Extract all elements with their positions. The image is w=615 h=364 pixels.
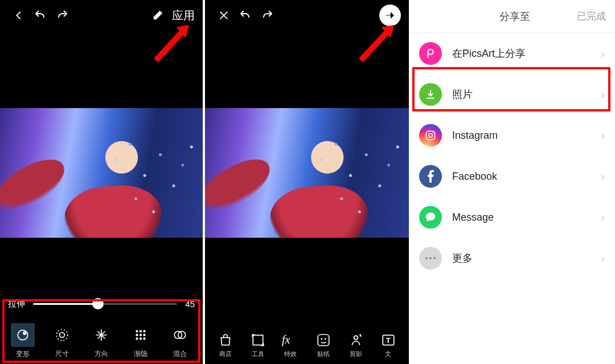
svg-text:T: T: [386, 336, 391, 345]
tool-cutout[interactable]: 剪影: [342, 330, 370, 358]
undo-icon[interactable]: [235, 5, 256, 26]
editor-toolbar: 商店 工具 fx 特效 贴纸 剪影 T 文: [205, 324, 409, 364]
facebook-icon: [419, 165, 442, 188]
slider-label: 拉伸: [8, 299, 25, 309]
svg-point-18: [324, 338, 326, 340]
svg-point-2: [60, 333, 65, 338]
share-label: 更多: [452, 251, 601, 265]
chevron-right-icon: ›: [601, 88, 605, 101]
redo-icon[interactable]: [256, 5, 278, 26]
slider-track[interactable]: [33, 303, 177, 305]
share-item-message[interactable]: Message ›: [409, 197, 615, 238]
tool-fx[interactable]: fx 特效: [276, 330, 305, 358]
tool-distort[interactable]: 变形: [6, 323, 39, 359]
share-item-picsart[interactable]: 在PicsArt上分享 ›: [409, 33, 615, 74]
message-icon: [419, 206, 442, 229]
share-label: Message: [452, 212, 601, 224]
tool-label: 变形: [16, 349, 30, 359]
tool-label: 贴纸: [317, 350, 330, 358]
tool-label: 渐隐: [134, 349, 147, 359]
tool-label: 特效: [284, 350, 297, 358]
tool-label: 混合: [173, 349, 187, 359]
share-item-instagram[interactable]: Instagram ›: [409, 115, 615, 156]
chevron-right-icon: ›: [601, 129, 605, 142]
topbar-left: 应用: [0, 0, 203, 31]
tool-blend[interactable]: 混合: [163, 323, 196, 359]
share-label: 照片: [452, 88, 601, 101]
svg-point-7: [136, 334, 138, 336]
undo-icon[interactable]: [30, 5, 51, 26]
tool-fade[interactable]: 渐隐: [124, 323, 157, 359]
slider-stretch[interactable]: 拉伸 45: [8, 293, 195, 314]
svg-point-24: [429, 134, 433, 138]
svg-point-6: [144, 330, 145, 332]
svg-point-28: [433, 257, 436, 259]
panel-share-sheet: 分享至 已完成 在PicsArt上分享 › 照片 › Instagram › F…: [409, 0, 615, 364]
svg-point-5: [140, 330, 141, 332]
done-button[interactable]: 已完成: [577, 10, 606, 23]
share-item-photos[interactable]: 照片 ›: [409, 74, 615, 115]
redo-icon[interactable]: [51, 5, 73, 26]
svg-point-19: [354, 336, 358, 340]
tool-label: 方向: [95, 349, 108, 359]
slider-value: 45: [185, 299, 195, 309]
tool-store[interactable]: 商店: [211, 330, 240, 358]
share-title: 分享至: [452, 10, 577, 23]
share-header: 分享至 已完成: [409, 0, 615, 33]
tool-label: 工具: [252, 350, 264, 358]
dispersion-effect: [297, 108, 409, 238]
tool-sticker[interactable]: 贴纸: [309, 330, 338, 358]
tool-tools[interactable]: 工具: [244, 330, 272, 358]
tool-direction[interactable]: 方向: [85, 323, 118, 359]
svg-point-9: [144, 334, 145, 336]
share-label: Facebook: [452, 171, 601, 183]
tool-label: 剪影: [350, 350, 362, 358]
tool-label: 文: [385, 350, 391, 358]
share-label: Instagram: [452, 130, 601, 142]
back-icon[interactable]: [8, 5, 30, 26]
tool-label: 尺寸: [55, 349, 69, 359]
svg-point-11: [140, 338, 141, 340]
svg-point-0: [18, 330, 28, 340]
share-item-facebook[interactable]: Facebook ›: [409, 156, 615, 197]
share-label: 在PicsArt上分享: [452, 47, 601, 60]
chevron-right-icon: ›: [601, 211, 605, 224]
tool-row-dispersion: 变形 尺寸 方向 渐隐 混合: [0, 318, 203, 364]
svg-point-17: [321, 338, 322, 340]
svg-point-10: [136, 338, 138, 340]
svg-rect-16: [318, 334, 329, 346]
svg-point-27: [429, 257, 432, 259]
chevron-right-icon: ›: [601, 170, 605, 183]
apply-button[interactable]: 应用: [172, 8, 195, 23]
instagram-icon: [419, 124, 442, 147]
svg-text:fx: fx: [282, 333, 290, 346]
svg-point-8: [140, 334, 141, 336]
panel-edit-main: 商店 工具 fx 特效 贴纸 剪影 T 文: [205, 0, 409, 364]
svg-point-4: [136, 330, 138, 332]
svg-point-26: [425, 257, 428, 259]
next-button[interactable]: [379, 5, 401, 26]
chevron-right-icon: ›: [601, 252, 605, 265]
share-item-more[interactable]: 更多 ›: [409, 238, 615, 279]
svg-point-3: [56, 329, 68, 341]
svg-point-12: [144, 338, 145, 340]
chevron-right-icon: ›: [601, 47, 605, 60]
more-icon: [419, 247, 442, 270]
tool-label: 商店: [219, 350, 232, 358]
svg-point-25: [433, 132, 434, 133]
picsart-icon: [419, 42, 442, 65]
topbar-mid: [205, 0, 409, 31]
eraser-icon[interactable]: [147, 5, 169, 26]
svg-point-22: [428, 49, 433, 55]
tool-size[interactable]: 尺寸: [46, 323, 79, 359]
download-icon: [419, 83, 442, 106]
dispersion-effect: [91, 108, 203, 238]
tool-text[interactable]: T 文: [374, 330, 403, 358]
canvas-image[interactable]: [0, 108, 203, 238]
canvas-image[interactable]: [205, 108, 409, 238]
svg-point-1: [23, 332, 27, 336]
panel-edit-dispersion: 应用 拉伸 45 变形 尺寸 方向: [0, 0, 203, 364]
close-icon[interactable]: [213, 5, 235, 26]
